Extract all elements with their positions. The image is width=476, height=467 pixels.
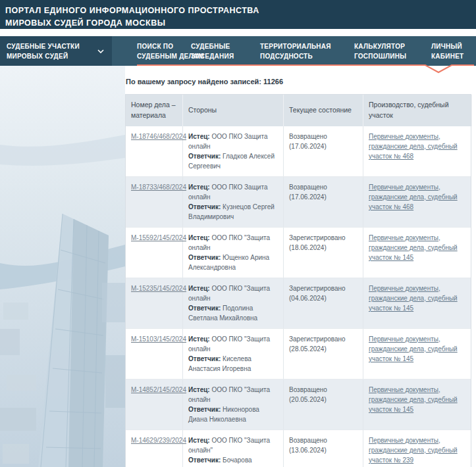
production-link[interactable]: Первичные документы, гражданские дела, с… [369,133,458,160]
table-row: М-14629/239/2024 Истец: ООО ПКО "Защита … [126,430,471,467]
defendant-label: Ответчик: [188,355,221,362]
table-row: М-14852/145/2024 Истец: ООО ПКО "Защита … [126,379,471,430]
site-title-line1: ПОРТАЛ ЕДИНОГО ИНФОРМАЦИОННОГО ПРОСТРАНС… [5,5,469,17]
nav-item-calculator[interactable]: КАЛЬКУЛЯТОРГОСПОШЛИНЫ [354,36,406,66]
nav-item-label: ТЕРРИТОРИАЛЬНАЯПОДСУДНОСТЬ [260,41,331,61]
production-link[interactable]: Первичные документы, гражданские дела, с… [369,184,458,210]
column-header-production: Производство, судебный участок [363,95,472,126]
results-count: 11266 [263,78,283,86]
production-link[interactable]: Первичные документы, гражданские дела, с… [369,335,458,362]
portal-page: ПОРТАЛ ЕДИНОГО ИНФОРМАЦИОННОГО ПРОСТРАНС… [0,0,476,467]
plaintiff-label: Истец: [188,386,210,393]
cases-table: Номер дела – материала Стороны Текущее с… [125,94,471,467]
case-number-link[interactable]: М-14629/239/2024 [131,437,186,444]
site-header: ПОРТАЛ ЕДИНОГО ИНФОРМАЦИОННОГО ПРОСТРАНС… [0,0,476,29]
table-body: М-18746/468/2024 Истец: ООО ПКО Защита о… [126,126,471,467]
chevron-down-icon [97,49,104,53]
nav-item-sections[interactable]: СУДЕБНЫЕ УЧАСТКИМИРОВЫХ СУДЕЙ [0,36,112,66]
table-row: М-15235/145/2024 Истец: ООО ПКО "Защита … [126,278,471,328]
nav-item-label: КАЛЬКУЛЯТОРГОСПОШЛИНЫ [354,41,406,61]
plaintiff-label: Истец: [188,285,210,292]
production-link[interactable]: Первичные документы, гражданские дела, с… [369,437,458,464]
case-status: Возвращено (17.06.2024) [289,133,327,150]
case-number-link[interactable]: М-14852/145/2024 [131,386,186,393]
search-results-panel: По вашему запросу найдено записей: 11266… [125,78,473,467]
table-row: М-18746/468/2024 Истец: ООО ПКО Защита о… [126,126,471,176]
case-status: Зарегистрировано (18.06.2024) [289,234,346,251]
nav-item-label: СУДЕБНЫЕ УЧАСТКИМИРОВЫХ СУДЕЙ [7,41,80,61]
case-number-link[interactable]: М-18746/468/2024 [131,133,186,140]
case-status: Зарегистрировано (04.06.2024) [289,285,346,302]
case-number-link[interactable]: М-15235/145/2024 [131,285,186,292]
table-row: М-15103/145/2024 Истец: ООО ПКО "Защита … [126,328,471,379]
defendant-label: Ответчик: [188,254,221,261]
column-header-parties: Стороны [183,95,284,126]
city-background-image [0,66,125,467]
defendant-label: Ответчик: [188,153,221,160]
site-title-line2: МИРОВЫХ СУДЕЙ ГОРОДА МОСКВЫ [5,17,469,30]
plaintiff-label: Истец: [188,133,210,140]
plaintiff-label: Истец: [188,184,210,191]
table-header-row: Номер дела – материала Стороны Текущее с… [126,95,471,126]
nav-item-territorial[interactable]: ТЕРРИТОРИАЛЬНАЯПОДСУДНОСТЬ [260,36,331,66]
column-header-status: Текущее состояние [284,95,363,126]
plaintiff-label: Истец: [188,335,210,343]
active-tab-indicator [137,64,474,74]
production-link[interactable]: Первичные документы, гражданские дела, с… [369,234,458,261]
defendant-label: Ответчик: [188,203,221,210]
case-number-link[interactable]: М-15103/145/2024 [131,335,186,343]
defendant-label: Ответчик: [188,406,221,413]
production-link[interactable]: Первичные документы, гражданские дела, с… [369,285,458,312]
case-status: Возвращено (17.06.2024) [289,184,327,201]
nav-item-cabinet[interactable]: ЛИЧНЫЙКАБИНЕТ [431,36,463,66]
plaintiff-label: Истец: [188,234,210,241]
production-link[interactable]: Первичные документы, гражданские дела, с… [369,386,458,413]
results-summary-text: По вашему запросу найдено записей: [126,78,261,86]
case-number-link[interactable]: М-18733/468/2024 [131,184,186,191]
nav-item-label: ЛИЧНЫЙКАБИНЕТ [431,41,463,61]
results-summary: По вашему запросу найдено записей: 11266 [126,78,473,86]
main-nav: СУДЕБНЫЕ УЧАСТКИМИРОВЫХ СУДЕЙ ПОИСК ПОСУ… [0,36,476,66]
case-number-link[interactable]: М-15592/145/2024 [131,234,186,241]
nav-item-hearings[interactable]: СУДЕБНЫЕЗАСЕДАНИЯ [191,36,234,66]
nav-item-label: СУДЕБНЫЕЗАСЕДАНИЯ [191,41,234,61]
plaintiff-label: Истец: [188,437,210,444]
defendant-label: Ответчик: [188,305,221,312]
table-row: М-15592/145/2024 Истец: ООО ПКО "Защита … [126,227,471,278]
defendant-label: Ответчик: [188,456,221,464]
case-status: Возвращено (13.06.2024) [289,437,327,454]
case-status: Возвращено (20.05.2024) [289,386,327,403]
case-status: Зарегистрировано (28.05.2024) [289,335,346,353]
column-header-case-number: Номер дела – материала [126,95,183,126]
table-row: М-18733/468/2024 Истец: ООО ПКО Защита о… [126,176,471,227]
